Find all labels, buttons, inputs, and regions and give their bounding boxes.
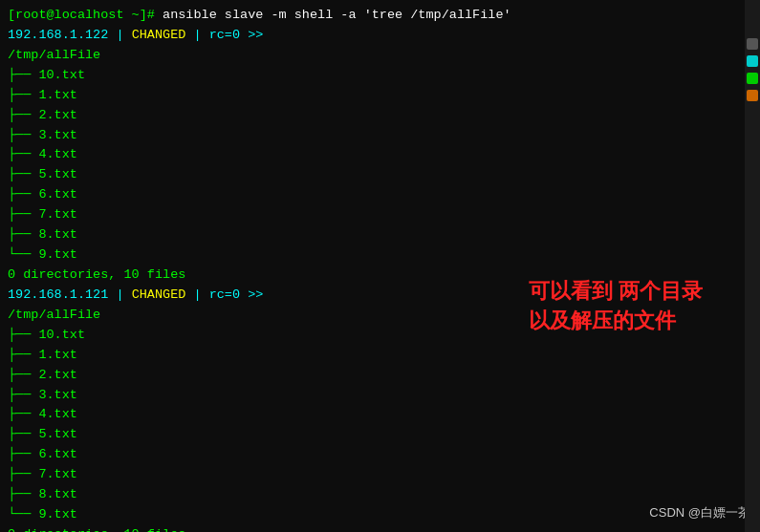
host1-ip: 192.168.1.122 |: [8, 26, 132, 46]
host1-header: 192.168.1.122 | CHANGED | rc=0 >>: [8, 26, 752, 46]
host1-changed: CHANGED: [132, 26, 186, 46]
host2-file-9: └── 9.txt: [8, 505, 752, 525]
host1-rc: | rc=0 >>: [185, 26, 263, 46]
host1-file-7: ├── 7.txt: [8, 205, 752, 225]
host1-file-4: ├── 4.txt: [8, 145, 752, 165]
sidebar-dot-2[interactable]: [747, 55, 758, 67]
annotation-line1: 可以看到 两个目录: [529, 277, 703, 307]
prompt: [root@localhost ~]#: [8, 6, 163, 26]
watermark: CSDN @白嫖一茶: [649, 503, 750, 522]
host1-file-1: ├── 1.txt: [8, 86, 752, 106]
sidebar-dot-4[interactable]: [747, 90, 758, 101]
sidebar-dot-3[interactable]: [747, 73, 758, 84]
right-sidebar: [745, 0, 760, 532]
host1-file-2: ├── 2.txt: [8, 106, 752, 126]
host2-file-4: ├── 4.txt: [8, 405, 752, 425]
host1-file-9: └── 9.txt: [8, 245, 752, 266]
host2-file-8: ├── 8.txt: [8, 485, 752, 505]
host2-changed: CHANGED: [132, 286, 186, 306]
annotation-overlay: 可以看到 两个目录 以及解压的文件: [529, 277, 703, 336]
host2-file-7: ├── 7.txt: [8, 465, 752, 485]
host2-file-1: ├── 1.txt: [8, 346, 752, 366]
host2-file-2: ├── 2.txt: [8, 366, 752, 386]
command-text: ansible slave -m shell -a 'tree /tmp/all…: [163, 6, 511, 26]
host1-file-10: ├── 10.txt: [8, 66, 752, 86]
command-line: [root@localhost ~]# ansible slave -m she…: [8, 6, 752, 26]
host1-file-3: ├── 3.txt: [8, 126, 752, 146]
host2-ip: 192.168.1.121 |: [8, 286, 132, 306]
host2-file-5: ├── 5.txt: [8, 425, 752, 445]
host1-file-5: ├── 5.txt: [8, 165, 752, 185]
host2-file-3: ├── 3.txt: [8, 386, 752, 406]
host2-rc: | rc=0 >>: [185, 286, 263, 306]
host1-file-8: ├── 8.txt: [8, 225, 752, 245]
sidebar-dot-1[interactable]: [747, 38, 758, 50]
annotation-line2: 以及解压的文件: [529, 307, 703, 336]
host1-dir: /tmp/allFile: [8, 46, 752, 66]
host1-file-6: ├── 6.txt: [8, 185, 752, 205]
host2-file-6: ├── 6.txt: [8, 445, 752, 465]
terminal-window: [root@localhost ~]# ansible slave -m she…: [0, 0, 760, 532]
host2-summary-line: 0 directories, 10 files: [8, 525, 752, 532]
